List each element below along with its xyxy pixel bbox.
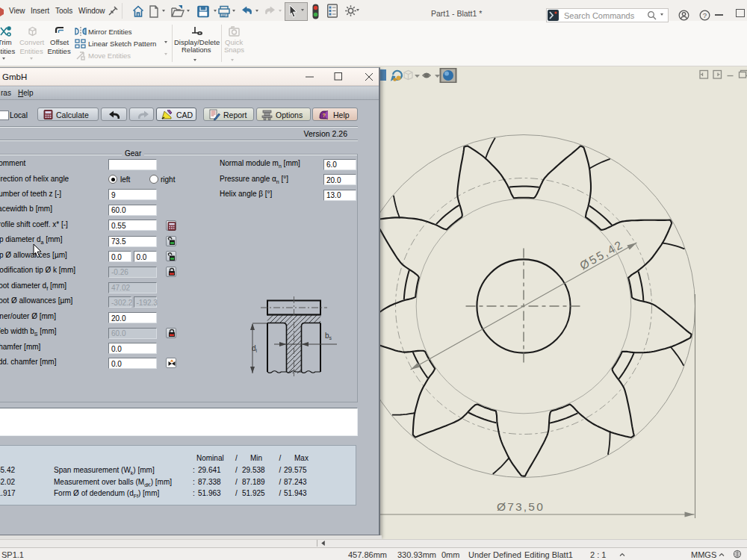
- svg-text:di: di: [252, 344, 258, 353]
- svg-text:?: ?: [703, 11, 707, 19]
- svg-text:?: ?: [323, 113, 326, 118]
- svg-text:bs: bs: [325, 332, 332, 340]
- svg-text:Ø73,50: Ø73,50: [497, 500, 545, 513]
